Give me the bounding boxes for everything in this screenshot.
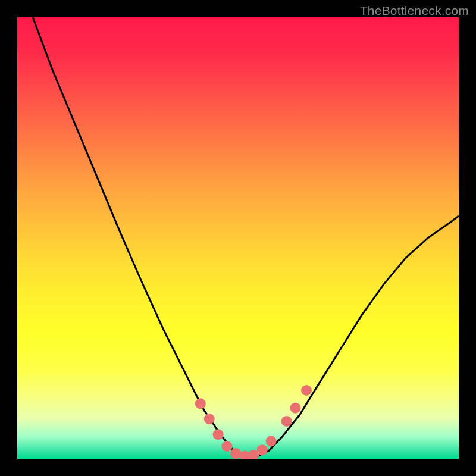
marker-dot	[213, 429, 224, 440]
marker-dot	[281, 416, 292, 427]
marker-dot	[266, 436, 277, 446]
chart-frame: TheBottleneck.com	[0, 0, 476, 476]
marker-dot	[290, 403, 301, 414]
watermark-text: TheBottleneck.com	[360, 4, 469, 18]
marker-dot	[204, 414, 215, 424]
marker-dot	[301, 385, 312, 396]
curve-svg	[17, 17, 459, 459]
plot-area	[17, 17, 459, 459]
marker-dot	[257, 444, 268, 455]
marker-dot	[195, 398, 206, 409]
marker-dot	[221, 441, 232, 452]
bottleneck-curve	[33, 17, 459, 457]
